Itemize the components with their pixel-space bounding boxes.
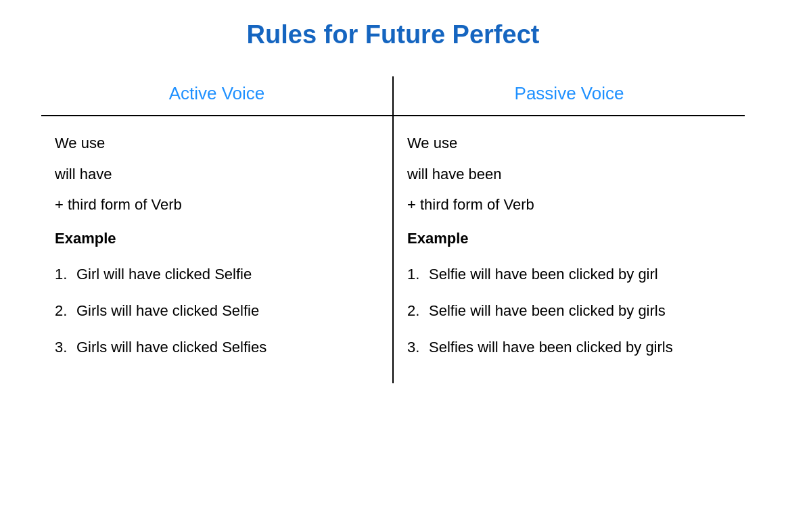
passive-rule-line3: + third form of Verb <box>407 191 731 218</box>
passive-example-2: Selfie will have been clicked by girls <box>429 297 666 324</box>
list-item: 1. Selfie will have been clicked by girl <box>407 261 731 288</box>
rules-table: Active Voice Passive Voice We use will h… <box>41 76 745 383</box>
active-example-2: Girls will have clicked Selfie <box>76 297 259 324</box>
passive-example-list: 1. Selfie will have been clicked by girl… <box>407 261 731 360</box>
active-rule-block: We use will have + third form of Verb <box>55 130 379 218</box>
list-item: 2. Selfie will have been clicked by girl… <box>407 297 731 324</box>
passive-voice-header: Passive Voice <box>394 76 745 115</box>
list-item: 1. Girl will have clicked Selfie <box>55 261 379 288</box>
active-voice-column: We use will have + third form of Verb Ex… <box>41 116 394 383</box>
active-example-list: 1. Girl will have clicked Selfie 2. Girl… <box>55 261 379 360</box>
active-rule-line2: will have <box>55 161 379 188</box>
passive-example-1: Selfie will have been clicked by girl <box>429 261 658 288</box>
active-example-3: Girls will have clicked Selfies <box>76 334 267 361</box>
passive-example-3: Selfies will have been clicked by girls <box>429 334 673 361</box>
table-content-row: We use will have + third form of Verb Ex… <box>41 116 745 383</box>
list-item: 3. Selfies will have been clicked by gir… <box>407 334 731 361</box>
passive-rule-block: We use will have been + third form of Ve… <box>407 130 731 218</box>
active-example-label: Example <box>55 225 379 252</box>
table-header-row: Active Voice Passive Voice <box>41 76 745 116</box>
page-title: Rules for Future Perfect <box>247 20 540 49</box>
list-item: 2. Girls will have clicked Selfie <box>55 297 379 324</box>
active-example-1: Girl will have clicked Selfie <box>76 261 252 288</box>
passive-rule-line1: We use <box>407 130 731 157</box>
passive-example-label: Example <box>407 225 731 252</box>
active-rule-line1: We use <box>55 130 379 157</box>
active-rule-line3: + third form of Verb <box>55 191 379 218</box>
list-item: 3. Girls will have clicked Selfies <box>55 334 379 361</box>
active-voice-header: Active Voice <box>41 76 394 115</box>
passive-voice-column: We use will have been + third form of Ve… <box>394 116 745 383</box>
passive-rule-line2: will have been <box>407 161 731 188</box>
